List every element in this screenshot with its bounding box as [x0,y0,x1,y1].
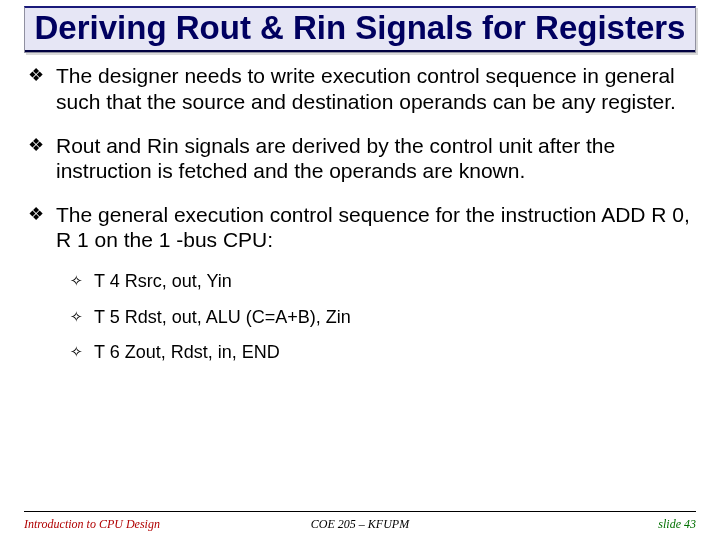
sub-bullet-icon: ✧ [70,271,94,290]
bullet-item: ❖ The general execution control sequence… [28,202,692,253]
bullet-text: Rout and Rin signals are derived by the … [56,133,692,184]
sub-bullet-item: ✧ T 4 Rsrc, out, Yin [70,271,692,293]
slide-body: ❖ The designer needs to write execution … [0,53,720,363]
bullet-text: The designer needs to write execution co… [56,63,692,114]
slide-footer: Introduction to CPU Design COE 205 – KFU… [24,517,696,532]
sub-bullet-item: ✧ T 6 Zout, Rdst, in, END [70,342,692,364]
sub-bullet-text: T 4 Rsrc, out, Yin [94,271,692,293]
bullet-item: ❖ Rout and Rin signals are derived by th… [28,133,692,184]
footer-divider [24,511,696,512]
sub-bullet-item: ✧ T 5 Rdst, out, ALU (C=A+B), Zin [70,307,692,329]
slide-title-box: Deriving Rout & Rin Signals for Register… [24,6,696,53]
sub-bullet-icon: ✧ [70,307,94,326]
diamond-bullet-icon: ❖ [28,202,56,226]
diamond-bullet-icon: ❖ [28,63,56,87]
diamond-bullet-icon: ❖ [28,133,56,157]
sub-bullet-icon: ✧ [70,342,94,361]
sub-bullet-text: T 5 Rdst, out, ALU (C=A+B), Zin [94,307,692,329]
bullet-text: The general execution control sequence f… [56,202,692,253]
footer-center: COE 205 – KFUPM [24,517,696,532]
sub-bullet-text: T 6 Zout, Rdst, in, END [94,342,692,364]
slide-title: Deriving Rout & Rin Signals for Register… [33,10,687,46]
bullet-item: ❖ The designer needs to write execution … [28,63,692,114]
